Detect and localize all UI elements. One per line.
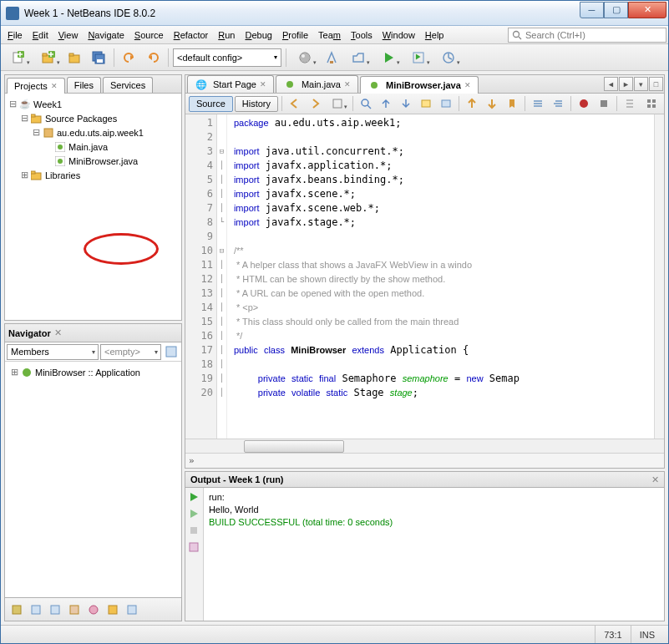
navigator-body[interactable]: ⊞MiniBrowser :: Application: [5, 362, 181, 597]
stop-button[interactable]: [186, 523, 201, 538]
find-prev-button[interactable]: [377, 95, 395, 112]
find-selection-button[interactable]: [357, 95, 375, 112]
horizontal-scrollbar[interactable]: [185, 439, 664, 453]
menu-file[interactable]: File: [3, 28, 28, 42]
rerun-failed-button[interactable]: [186, 506, 201, 521]
svg-point-43: [580, 99, 588, 108]
menu-view[interactable]: View: [53, 28, 84, 42]
comment-button[interactable]: [621, 95, 639, 112]
tab-list-button[interactable]: ▾: [634, 77, 648, 91]
menu-window[interactable]: Window: [378, 28, 420, 42]
menu-profile[interactable]: Profile: [277, 28, 313, 42]
navigator-options-button[interactable]: [163, 343, 180, 360]
code-text[interactable]: package au.edu.uts.aip.week1; import jav…: [227, 114, 654, 439]
filter-static-button[interactable]: [47, 601, 63, 618]
navigator-panel: Navigator✕ Members <empty> ⊞MiniBrowser …: [4, 323, 182, 621]
filter-nonpublic-button[interactable]: [66, 601, 83, 618]
filter-inherited-button[interactable]: [8, 601, 25, 618]
new-file-button[interactable]: [4, 47, 33, 68]
project-tree[interactable]: ⊟☕Week1 ⊟Source Packages ⊟au.edu.uts.aip…: [5, 94, 181, 320]
close-icon[interactable]: ✕: [54, 327, 62, 338]
history-view-button[interactable]: History: [235, 96, 278, 112]
fold-gutter[interactable]: ⊟││││└⊟││││││││││: [217, 114, 227, 439]
menu-debug[interactable]: Debug: [240, 28, 276, 42]
tree-node-minibrowser-java[interactable]: MiniBrowser.java: [7, 154, 180, 168]
tree-node-project[interactable]: ⊟☕Week1: [7, 97, 180, 111]
tab-services[interactable]: Services: [103, 77, 153, 93]
navigator-class-node[interactable]: ⊞MiniBrowser :: Application: [8, 365, 178, 379]
close-icon[interactable]: ✕: [344, 80, 351, 89]
menu-source[interactable]: Source: [129, 28, 169, 42]
menu-help[interactable]: Help: [420, 28, 449, 42]
profile-button[interactable]: [434, 47, 463, 68]
error-stripe[interactable]: [654, 114, 664, 439]
toggle-bookmark-button[interactable]: [437, 95, 455, 112]
filter-fields-button[interactable]: [28, 601, 44, 618]
output-settings-button[interactable]: [186, 540, 201, 555]
menu-team[interactable]: Team: [313, 28, 346, 42]
scroll-right-button[interactable]: ►: [619, 77, 633, 91]
menu-run[interactable]: Run: [213, 28, 240, 42]
output-text[interactable]: run:Hello, WorldBUILD SUCCESSFUL (total …: [204, 488, 664, 621]
undo-button[interactable]: [119, 47, 140, 68]
close-icon[interactable]: ✕: [651, 474, 659, 485]
source-view-button[interactable]: Source: [189, 96, 233, 112]
maximize-button[interactable]: ▢: [604, 2, 628, 18]
new-project-button[interactable]: [34, 47, 63, 68]
rerun-button[interactable]: [186, 489, 201, 505]
filter-7-button[interactable]: [124, 601, 140, 618]
menu-edit[interactable]: Edit: [28, 28, 53, 42]
debug-button[interactable]: [404, 47, 433, 68]
last-edit-button[interactable]: [326, 95, 349, 112]
editor-options-button[interactable]: [642, 95, 661, 112]
macro-record-button[interactable]: [575, 95, 593, 112]
members-dropdown[interactable]: Members: [7, 344, 99, 360]
close-icon[interactable]: ✕: [464, 81, 471, 89]
minimize-button[interactable]: ─: [580, 2, 604, 18]
redo-button[interactable]: [142, 47, 164, 68]
tree-node-package[interactable]: ⊟au.edu.uts.aip.week1: [7, 125, 180, 139]
toggle-highlight-button[interactable]: [417, 95, 435, 112]
tab-main-java[interactable]: Main.java✕: [276, 75, 358, 93]
nav-forward-button[interactable]: [306, 95, 324, 112]
close-button[interactable]: ✕: [628, 2, 666, 18]
cursor-position[interactable]: 73:1: [595, 626, 630, 643]
find-next-button[interactable]: [397, 95, 415, 112]
build-project-button[interactable]: [344, 47, 373, 68]
menu-navigate[interactable]: Navigate: [83, 28, 129, 42]
clean-build-button[interactable]: [321, 47, 342, 68]
tree-node-libraries[interactable]: ⊞Libraries: [7, 168, 180, 182]
quick-search[interactable]: Search (Ctrl+I): [508, 28, 666, 43]
run-button[interactable]: [374, 47, 403, 68]
toggle-bookmark-2-button[interactable]: [503, 95, 521, 112]
filter-6-button[interactable]: [104, 601, 121, 618]
tab-minibrowser-java[interactable]: MiniBrowser.java✕: [360, 76, 479, 94]
save-all-button[interactable]: [88, 47, 109, 68]
open-project-button[interactable]: [64, 47, 86, 68]
config-dropdown[interactable]: <default config>: [173, 48, 281, 67]
close-icon[interactable]: ✕: [51, 82, 58, 90]
maximize-editor-button[interactable]: □: [649, 77, 663, 91]
filter-5-button[interactable]: [85, 601, 102, 618]
scroll-left-button[interactable]: ◄: [604, 77, 618, 91]
close-icon[interactable]: ✕: [260, 80, 266, 89]
filter-dropdown[interactable]: <empty>: [100, 344, 161, 360]
tab-projects[interactable]: Projects✕: [7, 78, 65, 94]
macro-stop-button[interactable]: [595, 95, 613, 112]
insert-mode[interactable]: INS: [631, 626, 663, 643]
line-gutter[interactable]: 1234567891011121314151617181920: [185, 114, 217, 439]
breadcrumb-bar[interactable]: »: [185, 453, 664, 468]
shift-left-button[interactable]: [529, 95, 547, 112]
shift-right-button[interactable]: [549, 95, 567, 112]
tree-node-main-java[interactable]: Main.java: [7, 139, 180, 154]
scrollbar-thumb[interactable]: [244, 440, 344, 453]
build-button[interactable]: [291, 47, 319, 68]
menu-tools[interactable]: Tools: [346, 28, 378, 42]
tab-files[interactable]: Files: [67, 77, 101, 93]
prev-bookmark-button[interactable]: [463, 95, 481, 112]
tree-node-source-packages[interactable]: ⊟Source Packages: [7, 111, 180, 125]
tab-start-page[interactable]: 🌐Start Page✕: [187, 75, 274, 93]
nav-back-button[interactable]: [286, 95, 304, 112]
menu-refactor[interactable]: Refactor: [169, 28, 214, 42]
next-bookmark-button[interactable]: [483, 95, 501, 112]
